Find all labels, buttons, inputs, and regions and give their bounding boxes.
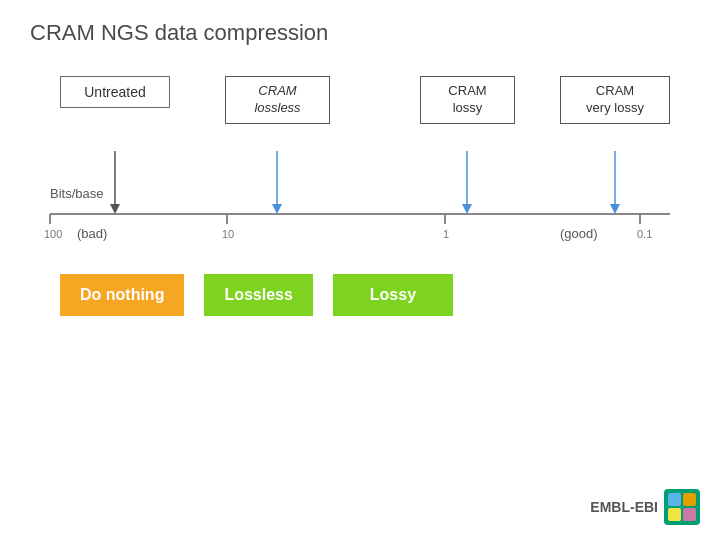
- svg-text:10: 10: [222, 228, 234, 240]
- svg-marker-15: [272, 204, 282, 214]
- svg-rect-21: [668, 493, 681, 506]
- lossless-box: Lossless: [204, 274, 312, 316]
- embl-ebi-logo-icon: [664, 489, 700, 525]
- label-cram-very-lossy: CRAMvery lossy: [560, 76, 670, 124]
- label-cram-lossless: CRAMlossless: [225, 76, 330, 124]
- cram-lossy-text: CRAMlossy: [448, 83, 486, 115]
- svg-text:(good): (good): [560, 226, 598, 241]
- svg-text:1: 1: [443, 228, 449, 240]
- cram-lossless-text: CRAMlossless: [254, 83, 300, 115]
- label-untreated: Untreated: [60, 76, 170, 108]
- svg-marker-13: [110, 204, 120, 214]
- page-title: CRAM NGS data compression: [30, 20, 690, 46]
- svg-text:Bits/base: Bits/base: [50, 186, 103, 201]
- svg-marker-19: [610, 204, 620, 214]
- cram-very-lossy-text: CRAMvery lossy: [586, 83, 644, 115]
- svg-rect-23: [668, 508, 681, 521]
- logo-text: EMBL-EBI: [590, 499, 658, 515]
- bottom-boxes: Do nothing Lossless Lossy: [60, 274, 453, 316]
- page-container: CRAM NGS data compression Untreated CRAM…: [0, 0, 720, 540]
- svg-text:100: 100: [44, 228, 62, 240]
- diagram-area: Untreated CRAMlossless CRAMlossy CRAMver…: [30, 66, 690, 346]
- svg-rect-22: [683, 493, 696, 506]
- logo-area: EMBL-EBI: [590, 489, 700, 525]
- svg-text:0.1: 0.1: [637, 228, 652, 240]
- svg-rect-24: [683, 508, 696, 521]
- lossy-box: Lossy: [333, 274, 453, 316]
- do-nothing-box: Do nothing: [60, 274, 184, 316]
- svg-marker-17: [462, 204, 472, 214]
- label-cram-lossy: CRAMlossy: [420, 76, 515, 124]
- svg-text:(bad): (bad): [77, 226, 107, 241]
